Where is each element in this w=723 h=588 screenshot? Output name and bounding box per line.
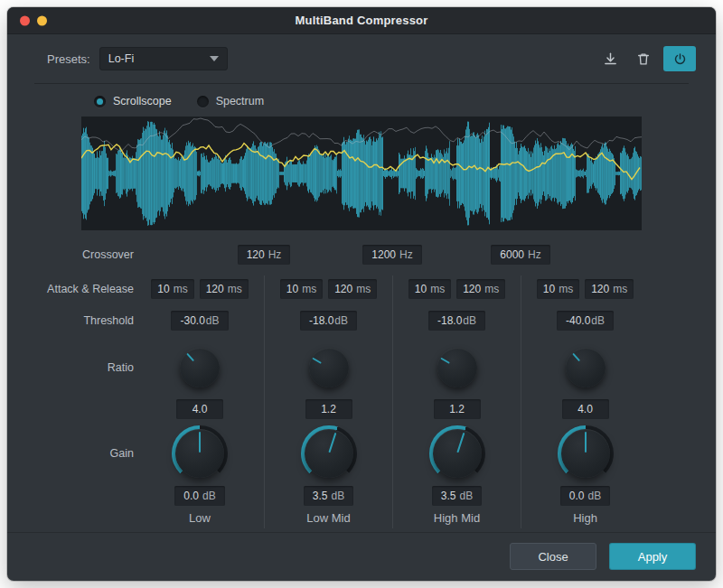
attack-unit: ms xyxy=(302,283,316,295)
attack-value: 10 xyxy=(543,283,555,295)
ratio-field[interactable]: 1.2 xyxy=(434,399,481,419)
bands-grid: Attack & Release Threshold Ratio Gain 10… xyxy=(7,275,716,528)
chevron-down-icon xyxy=(210,56,219,61)
band-name: High Mid xyxy=(434,511,480,525)
crossover-field[interactable]: 1200 Hz xyxy=(362,245,421,265)
close-button[interactable]: Close xyxy=(510,543,596,570)
knob-pointer xyxy=(426,423,487,484)
ratio-field[interactable]: 1.2 xyxy=(305,399,352,419)
attack-unit: ms xyxy=(559,283,573,295)
release-field[interactable]: 120 ms xyxy=(585,279,634,299)
threshold-field[interactable]: -40.0 dB xyxy=(557,311,614,331)
band-name: High xyxy=(573,511,597,525)
radio-scrollscope[interactable]: Scrollscope xyxy=(94,95,172,107)
gain-unit: dB xyxy=(460,490,474,502)
ratio-knob[interactable] xyxy=(309,348,349,387)
threshold-label: Threshold xyxy=(7,303,136,339)
gain-knob[interactable] xyxy=(561,429,610,478)
release-value: 120 xyxy=(463,283,481,295)
gain-knob[interactable] xyxy=(433,429,482,478)
radio-icon xyxy=(197,96,209,107)
ratio-field[interactable]: 4.0 xyxy=(176,399,223,419)
toolbar-icons xyxy=(596,46,696,71)
minimize-window-button[interactable] xyxy=(37,15,47,25)
presets-dropdown[interactable]: Lo-Fi xyxy=(99,47,228,70)
gain-unit: dB xyxy=(332,490,345,502)
ratio-field[interactable]: 4.0 xyxy=(562,399,609,419)
ratio-knob[interactable] xyxy=(566,348,606,387)
release-unit: ms xyxy=(484,283,499,295)
threshold-field[interactable]: -18.0 dB xyxy=(300,311,357,331)
knob-pointer xyxy=(172,340,228,396)
close-window-button[interactable] xyxy=(20,15,30,25)
release-unit: ms xyxy=(613,283,627,295)
attack-field[interactable]: 10 ms xyxy=(408,279,451,299)
gain-field[interactable]: 0.0 dB xyxy=(174,486,224,506)
release-field[interactable]: 120 ms xyxy=(328,279,377,299)
radio-icon xyxy=(94,96,106,107)
knob-pointer xyxy=(429,341,484,395)
export-preset-button[interactable] xyxy=(596,46,624,71)
crossover-unit: Hz xyxy=(268,248,282,261)
crossover-value: 6000 xyxy=(500,248,524,261)
crossover-label: Crossover xyxy=(7,248,136,261)
band-name: Low Mid xyxy=(306,511,350,525)
release-field[interactable]: 120 ms xyxy=(456,279,505,299)
attack-value: 10 xyxy=(157,283,169,295)
waveform-display xyxy=(81,117,642,230)
toolbar: Presets: Lo-Fi xyxy=(7,34,716,83)
ratio-knob[interactable] xyxy=(180,348,220,387)
titlebar: MultiBand Compressor xyxy=(7,7,716,34)
attack-field[interactable]: 10 ms xyxy=(280,279,323,299)
band-column: 10 ms 120 ms -40.0 dB 4.0 xyxy=(521,275,649,528)
gain-label: Gain xyxy=(7,422,136,485)
apply-button[interactable]: Apply xyxy=(609,543,696,570)
ratio-value: 4.0 xyxy=(577,403,593,415)
trash-icon xyxy=(636,51,651,67)
threshold-value: -30.0 xyxy=(180,314,204,327)
gain-field[interactable]: 3.5 dB xyxy=(432,486,482,506)
threshold-value: -18.0 xyxy=(309,314,333,327)
threshold-unit: dB xyxy=(206,314,220,327)
gain-field[interactable]: 0.0 dB xyxy=(560,486,610,506)
band-column: 10 ms 120 ms -18.0 dB 1.2 xyxy=(392,275,521,528)
delete-preset-button[interactable] xyxy=(630,46,657,71)
gain-field[interactable]: 3.5 dB xyxy=(304,486,353,506)
threshold-value: -40.0 xyxy=(566,314,590,327)
crossover-unit: Hz xyxy=(528,248,541,261)
threshold-field[interactable]: -18.0 dB xyxy=(428,311,485,331)
ratio-knob[interactable] xyxy=(437,348,477,387)
knob-pointer xyxy=(297,423,359,484)
knob-pointer xyxy=(561,429,610,478)
gain-value: 3.5 xyxy=(313,490,328,502)
crossover-row: Crossover 120 Hz 1200 Hz 6000 Hz xyxy=(7,243,716,266)
crossover-field[interactable]: 6000 Hz xyxy=(491,245,549,265)
release-field[interactable]: 120 ms xyxy=(200,279,249,299)
view-toggle: Scrollscope Spectrum xyxy=(94,95,716,107)
release-unit: ms xyxy=(356,283,371,295)
release-value: 120 xyxy=(591,283,609,295)
gain-value: 0.0 xyxy=(569,490,585,502)
gain-unit: dB xyxy=(202,490,216,502)
crossover-field[interactable]: 120 Hz xyxy=(238,245,291,265)
presets-label: Presets: xyxy=(47,52,90,66)
traffic-lights xyxy=(20,15,47,25)
window-title: MultiBand Compressor xyxy=(7,7,716,33)
threshold-unit: dB xyxy=(334,314,348,327)
download-icon xyxy=(603,51,618,67)
attack-field[interactable]: 10 ms xyxy=(151,279,193,299)
gain-value: 0.0 xyxy=(183,490,199,502)
crossover-unit: Hz xyxy=(399,248,413,261)
threshold-unit: dB xyxy=(463,314,476,327)
band-name: Low xyxy=(189,511,211,525)
gain-knob[interactable] xyxy=(305,429,353,478)
radio-label: Scrollscope xyxy=(113,95,172,107)
preset-selected-value: Lo-Fi xyxy=(108,52,134,65)
threshold-field[interactable]: -30.0 dB xyxy=(171,311,228,331)
knob-pointer xyxy=(301,341,355,395)
gain-knob[interactable] xyxy=(175,429,224,478)
power-toggle-button[interactable] xyxy=(663,46,696,71)
attack-field[interactable]: 10 ms xyxy=(537,279,579,299)
radio-spectrum[interactable]: Spectrum xyxy=(197,95,265,107)
crossover-value: 120 xyxy=(247,248,265,261)
